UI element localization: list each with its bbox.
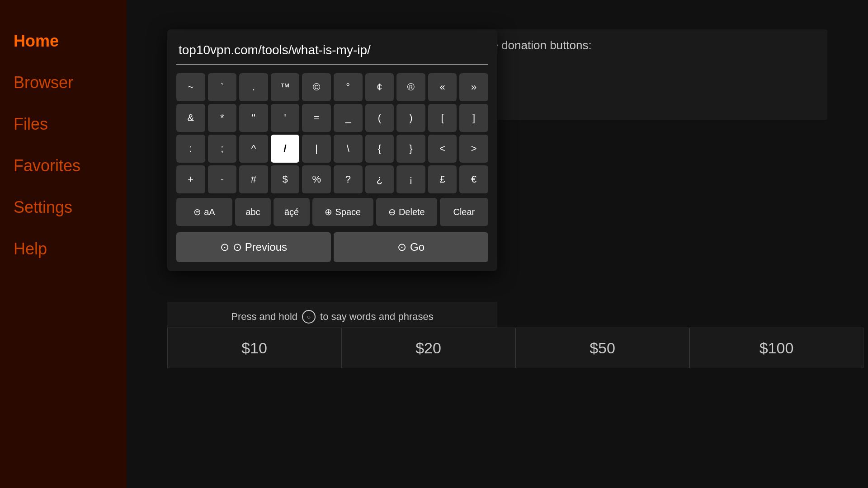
key-rbrace[interactable]: } [396,135,425,163]
hold-text-after: to say words and phrases [320,311,434,323]
key-semicolon[interactable]: ; [208,135,237,163]
key-inverted-exclaim[interactable]: ¡ [396,165,425,193]
key-slash[interactable]: / [271,135,300,163]
key-ampersand[interactable]: & [176,104,205,132]
sidebar-item-browser[interactable]: Browser [14,69,113,97]
key-gt[interactable]: > [459,135,488,163]
previous-button[interactable]: ⊙ ⊙ Previous [176,232,331,262]
donation-buttons-area: $10 $20 $50 $100 [167,328,863,368]
sidebar-item-help[interactable]: Help [14,235,113,263]
keyboard-grid: ~ ` . ™ © ° ¢ ® « » & * " ' = _ ( ) [ ] … [176,73,488,262]
ace-label: äçé [284,207,299,217]
key-cent[interactable]: ¢ [365,73,394,101]
hold-text-before: Press and hold [231,311,297,323]
delete-icon: ⊖ [388,206,396,217]
sidebar-item-files[interactable]: Files [14,110,113,138]
key-pipe[interactable]: | [302,135,331,163]
key-period[interactable]: . [239,73,268,101]
url-bar[interactable]: top10vpn.com/tools/what-is-my-ip/ [176,38,488,65]
url-input[interactable]: top10vpn.com/tools/what-is-my-ip/ [179,43,486,57]
key-laquo[interactable]: « [428,73,457,101]
sidebar-item-settings[interactable]: Settings [14,193,113,221]
key-degree[interactable]: ° [334,73,363,101]
key-backslash[interactable]: \ [334,135,363,163]
donation-50[interactable]: $50 [515,328,689,368]
abc-label: abc [245,207,260,217]
sidebar-item-favorites[interactable]: Favorites [14,152,113,180]
keyboard-space-button[interactable]: ⊕ Space [312,198,373,226]
keyboard-delete-button[interactable]: ⊖ Delete [376,198,437,226]
space-label: Space [335,207,361,217]
key-lparen[interactable]: ( [365,104,394,132]
sidebar-item-home[interactable]: Home [14,27,113,55]
go-label: Go [410,241,425,253]
mode-label: aA [204,207,215,217]
key-hash[interactable]: # [239,165,268,193]
key-lt[interactable]: < [428,135,457,163]
keyboard-function-row: ⊜ aA abc äçé ⊕ Space ⊖ Delete Clear [176,198,488,226]
key-dollar[interactable]: $ [271,165,300,193]
key-pound[interactable]: £ [428,165,457,193]
donation-info-sub: ) [479,52,818,66]
previous-label: ⊙ Previous [233,241,287,253]
keyboard-row-1: ~ ` . ™ © ° ¢ ® « » [176,73,488,101]
key-lbracket[interactable]: [ [428,104,457,132]
key-squote[interactable]: ' [271,104,300,132]
key-dquote[interactable]: " [239,104,268,132]
key-tilde[interactable]: ~ [176,73,205,101]
key-caret[interactable]: ^ [239,135,268,163]
donation-row: $10 $20 $50 $100 [167,328,863,368]
donation-info-panel: ase donation buttons: ) [470,29,827,120]
key-underscore[interactable]: _ [334,104,363,132]
donation-10[interactable]: $10 [167,328,341,368]
hold-circle-icon: ○ [302,310,316,324]
donation-20[interactable]: $20 [341,328,515,368]
keyboard-ace-button[interactable]: äçé [274,198,309,226]
go-icon: ⊙ [397,241,406,253]
key-euro[interactable]: € [459,165,488,193]
keyboard-row-2: & * " ' = _ ( ) [ ] [176,104,488,132]
key-backtick[interactable]: ` [208,73,237,101]
key-registered[interactable]: ® [396,73,425,101]
key-minus[interactable]: - [208,165,237,193]
keyboard-overlay: top10vpn.com/tools/what-is-my-ip/ ~ ` . … [167,29,497,271]
sidebar: Home Browser Files Favorites Settings He… [0,0,127,488]
key-copyright[interactable]: © [302,73,331,101]
key-rparen[interactable]: ) [396,104,425,132]
key-percent[interactable]: % [302,165,331,193]
keyboard-row-4: + - # $ % ? ¿ ¡ £ € [176,165,488,193]
clear-label: Clear [453,207,475,217]
donation-100[interactable]: $100 [689,328,863,368]
key-equals[interactable]: = [302,104,331,132]
keyboard-mode-button[interactable]: ⊜ aA [176,198,232,226]
previous-icon: ⊙ [220,241,229,253]
key-asterisk[interactable]: * [208,104,237,132]
keyboard-abc-button[interactable]: abc [235,198,271,226]
keyboard-clear-button[interactable]: Clear [440,198,488,226]
key-plus[interactable]: + [176,165,205,193]
space-icon: ⊕ [325,206,332,217]
key-lbrace[interactable]: { [365,135,394,163]
key-tm[interactable]: ™ [271,73,300,101]
keyboard-row-3: : ; ^ / | \ { } < > [176,135,488,163]
key-colon[interactable]: : [176,135,205,163]
key-inverted-question[interactable]: ¿ [365,165,394,193]
key-question[interactable]: ? [334,165,363,193]
donation-info-text: ase donation buttons: [479,38,818,52]
delete-label: Delete [399,207,425,217]
key-rbracket[interactable]: ] [459,104,488,132]
key-raquo[interactable]: » [459,73,488,101]
go-button[interactable]: ⊙ Go [334,232,488,262]
mode-icon: ⊜ [193,206,201,217]
keyboard-nav-buttons: ⊙ ⊙ Previous ⊙ Go [176,232,488,262]
